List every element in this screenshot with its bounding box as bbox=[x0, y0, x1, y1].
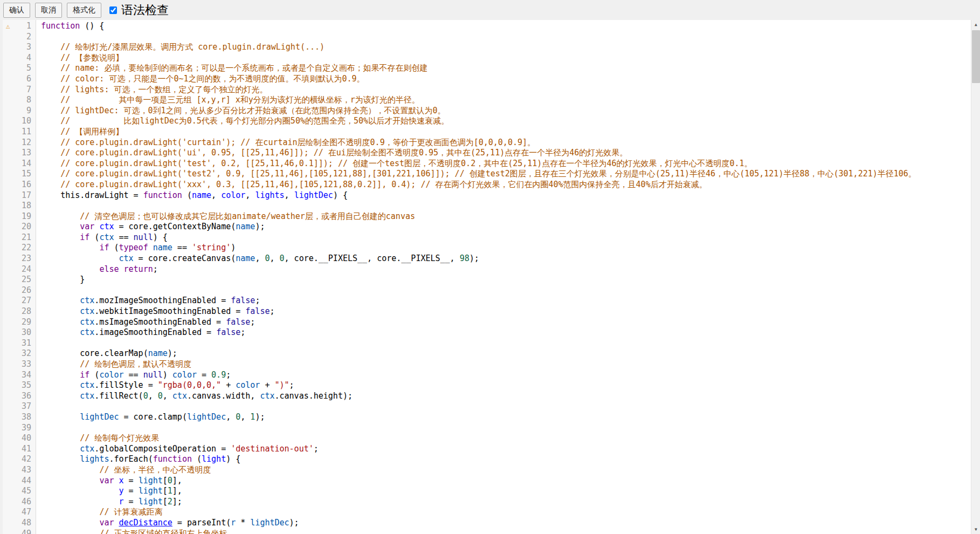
code-line: 47 // 计算衰减距离 bbox=[3, 507, 971, 518]
line-number: 25 bbox=[3, 275, 36, 285]
code-line-content[interactable]: r = light[2]; bbox=[36, 497, 971, 508]
code-line: 6 // color: 可选，只能是一个0~1之间的数，为不透明度的值。不填则默… bbox=[3, 74, 971, 85]
code-line-content[interactable]: // 比如lightDec为0.5代表，每个灯光部分内圈50%的范围全亮，50%… bbox=[36, 116, 971, 127]
code-line: 17 this.drawLight = function (name, colo… bbox=[3, 190, 971, 201]
code-line-content[interactable]: core.clearMap(name); bbox=[36, 348, 971, 359]
code-line: 26 bbox=[3, 285, 971, 296]
line-number: 32 bbox=[3, 348, 36, 359]
code-line-content[interactable]: ctx.webkitImageSmoothingEnabled = false; bbox=[36, 306, 971, 317]
code-line: 23 ctx = core.createCanvas(name, 0, 0, c… bbox=[3, 254, 971, 264]
code-line: 44 var x = light[0], bbox=[3, 476, 971, 487]
syntax-check-label[interactable]: 语法检查 bbox=[121, 2, 169, 18]
code-line-content[interactable]: // 绘制每个灯光效果 bbox=[36, 433, 971, 444]
line-number: 28 bbox=[3, 306, 36, 317]
code-line-content[interactable]: // name: 必填，要绘制到的画布名；可以是一个系统画布，或者是个自定义画布… bbox=[36, 63, 971, 74]
toolbar: 确认 取消 格式化 语法检查 bbox=[0, 0, 980, 20]
line-number: 18 bbox=[3, 201, 36, 211]
code-line-content[interactable]: // lights: 可选，一个数组，定义了每个独立的灯光。 bbox=[36, 85, 971, 95]
line-number: 42 bbox=[3, 454, 36, 465]
code-line-content[interactable]: // core.plugin.drawLight('test', 0.2, [[… bbox=[36, 159, 971, 169]
code-line-content[interactable]: var ctx = core.getContextByName(name); bbox=[36, 222, 971, 232]
code-line-content[interactable]: ctx.msImageSmoothingEnabled = false; bbox=[36, 317, 971, 328]
code-line-content[interactable] bbox=[36, 201, 971, 211]
code-line-content[interactable]: if (typeof name == 'string') bbox=[36, 243, 971, 254]
code-line-content[interactable]: if (color == null) color = 0.9; bbox=[36, 370, 971, 381]
code-line: 7 // lights: 可选，一个数组，定义了每个独立的灯光。 bbox=[3, 85, 971, 95]
code-line: 40 // 绘制每个灯光效果 bbox=[3, 433, 971, 444]
code-line-content[interactable]: // core.plugin.drawLight('test2', 0.9, [… bbox=[36, 169, 971, 180]
scroll-up-icon[interactable]: ▲ bbox=[971, 20, 980, 29]
syntax-check-checkbox[interactable] bbox=[109, 6, 117, 14]
line-number: 38 bbox=[3, 412, 36, 423]
code-line-content[interactable]: // 【调用样例】 bbox=[36, 127, 971, 138]
cancel-button[interactable]: 取消 bbox=[35, 3, 62, 18]
code-line-content[interactable]: else return; bbox=[36, 264, 971, 275]
code-line-content[interactable]: // core.plugin.drawLight('curtain'); // … bbox=[36, 138, 971, 148]
code-line-content[interactable]: if (ctx == null) { bbox=[36, 232, 971, 243]
code-line: 10 // 比如lightDec为0.5代表，每个灯光部分内圈50%的范围全亮，… bbox=[3, 116, 971, 127]
code-line-content[interactable] bbox=[36, 32, 971, 43]
code-editor[interactable]: ⚠1function () {2 3 // 绘制灯光/漆黑层效果。调用方式 co… bbox=[3, 20, 980, 534]
confirm-button[interactable]: 确认 bbox=[3, 3, 30, 18]
code-line-content[interactable]: function () { bbox=[36, 21, 971, 32]
syntax-check-group: 语法检查 bbox=[109, 2, 169, 18]
code-line: 16 // core.plugin.drawLight('xxx', 0.3, … bbox=[3, 180, 971, 190]
line-number: 6 bbox=[3, 74, 36, 85]
code-line-content[interactable]: // 绘制色调层，默认不透明度 bbox=[36, 359, 971, 370]
code-line-content[interactable]: lights.forEach(function (light) { bbox=[36, 454, 971, 465]
line-number: 12 bbox=[3, 138, 36, 148]
code-line-content[interactable]: ctx.fillStyle = "rgba(0,0,0," + color + … bbox=[36, 380, 971, 391]
code-line: 48 var decDistance = parseInt(r * lightD… bbox=[3, 518, 971, 529]
line-number: 24 bbox=[3, 264, 36, 275]
code-line-content[interactable]: var decDistance = parseInt(r * lightDec)… bbox=[36, 518, 971, 529]
code-line-content[interactable]: // lightDec: 可选，0到1之间，光从多少百分比才开始衰减（在此范围内… bbox=[36, 106, 971, 117]
code-line-content[interactable]: // color: 可选，只能是一个0~1之间的数，为不透明度的值。不填则默认为… bbox=[36, 74, 971, 85]
code-line-content[interactable]: // core.plugin.drawLight('ui', 0.95, [[2… bbox=[36, 148, 971, 159]
code-line-content[interactable] bbox=[36, 338, 971, 349]
code-line-content[interactable]: // 计算衰减距离 bbox=[36, 507, 971, 518]
line-number: 4 bbox=[3, 53, 36, 64]
line-number: 26 bbox=[3, 285, 36, 296]
line-number: 20 bbox=[3, 222, 36, 232]
code-line: 35 ctx.fillStyle = "rgba(0,0,0," + color… bbox=[3, 380, 971, 391]
line-number: 33 bbox=[3, 359, 36, 370]
code-line-content[interactable]: ctx.globalCompositeOperation = 'destinat… bbox=[36, 444, 971, 455]
line-number: 23 bbox=[3, 254, 36, 264]
code-line: 45 y = light[1], bbox=[3, 486, 971, 497]
line-number: 22 bbox=[3, 243, 36, 254]
code-line-content[interactable]: var x = light[0], bbox=[36, 476, 971, 487]
code-lines[interactable]: ⚠1function () {2 3 // 绘制灯光/漆黑层效果。调用方式 co… bbox=[3, 21, 971, 534]
code-line-content[interactable]: // 绘制灯光/漆黑层效果。调用方式 core.plugin.drawLight… bbox=[36, 42, 971, 53]
code-line-content[interactable]: // 清空色调层；也可以修改成其它层比如animate/weather层，或者用… bbox=[36, 211, 971, 222]
code-line-content[interactable]: lightDec = core.clamp(lightDec, 0, 1); bbox=[36, 412, 971, 423]
code-line-content[interactable]: ctx.mozImageSmoothingEnabled = false; bbox=[36, 296, 971, 306]
format-button[interactable]: 格式化 bbox=[67, 3, 101, 18]
line-number: 37 bbox=[3, 401, 36, 412]
code-line: 43 // 坐标，半径，中心不透明度 bbox=[3, 465, 971, 476]
code-line-content[interactable]: } bbox=[36, 275, 971, 285]
code-line-content[interactable]: // core.plugin.drawLight('xxx', 0.3, [[2… bbox=[36, 180, 971, 190]
line-number: 21 bbox=[3, 232, 36, 243]
code-line-content[interactable]: y = light[1], bbox=[36, 486, 971, 497]
code-line-content[interactable] bbox=[36, 401, 971, 412]
line-number: 15 bbox=[3, 169, 36, 180]
line-number: 7 bbox=[3, 85, 36, 95]
code-line: ⚠1function () { bbox=[3, 21, 971, 32]
code-line-content[interactable]: // 坐标，半径，中心不透明度 bbox=[36, 465, 971, 476]
code-line-content[interactable]: ctx.imageSmoothingEnabled = false; bbox=[36, 327, 971, 338]
code-line-content[interactable] bbox=[36, 423, 971, 434]
code-line: 46 r = light[2]; bbox=[3, 497, 971, 508]
line-number: 41 bbox=[3, 444, 36, 455]
code-line-content[interactable]: // 正方形区域的直径和左上角坐标 bbox=[36, 529, 971, 534]
code-line-content[interactable] bbox=[36, 285, 971, 296]
code-line-content[interactable]: // 其中每一项是三元组 [x,y,r] x和y分别为该灯光的横纵坐标，r为该灯… bbox=[36, 95, 971, 106]
scroll-down-icon[interactable]: ▼ bbox=[971, 525, 980, 534]
code-line-content[interactable]: // 【参数说明】 bbox=[36, 53, 971, 64]
code-line-content[interactable]: ctx = core.createCanvas(name, 0, 0, core… bbox=[36, 254, 971, 264]
code-line-content[interactable]: this.drawLight = function (name, color, … bbox=[36, 190, 971, 201]
vertical-scrollbar[interactable]: ▲ ▼ bbox=[971, 20, 980, 534]
code-line: 27 ctx.mozImageSmoothingEnabled = false; bbox=[3, 296, 971, 306]
scrollbar-thumb[interactable] bbox=[972, 30, 980, 83]
code-line: 34 if (color == null) color = 0.9; bbox=[3, 370, 971, 381]
code-line-content[interactable]: ctx.fillRect(0, 0, ctx.canvas.width, ctx… bbox=[36, 391, 971, 402]
